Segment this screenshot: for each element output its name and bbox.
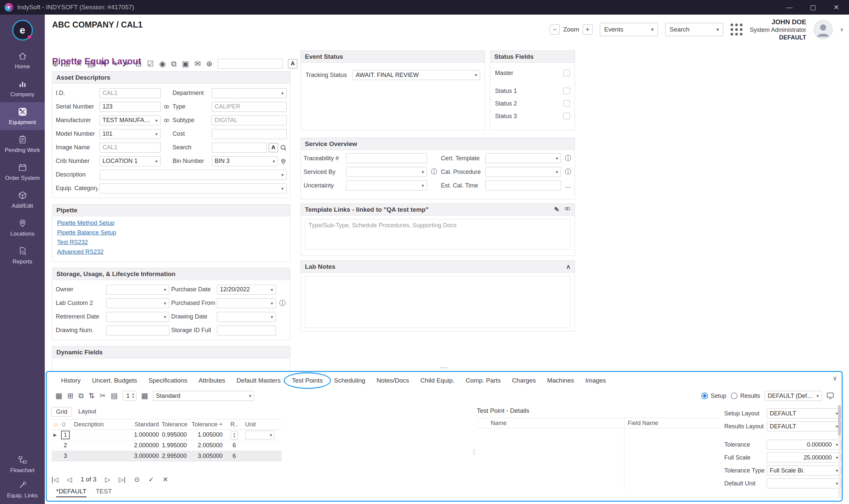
scrollbar-thumb[interactable] (838, 405, 841, 436)
model-number-select[interactable]: 101 (100, 129, 161, 139)
resolution-cell[interactable]: 6 (225, 453, 243, 460)
tab-notes-docs[interactable]: Notes/Docs (371, 375, 415, 386)
sidebar-item-add-edit[interactable]: Add/Edit (0, 186, 45, 214)
table-row[interactable]: 3 3.000000 2.995000 3.005000 6 (51, 451, 282, 462)
default-unit-select[interactable] (767, 479, 841, 488)
grid-add-icon[interactable]: ⊞ (67, 392, 73, 399)
pane-splitter-handle[interactable]: ⋮ (471, 448, 477, 455)
grid-view-icon[interactable]: ▦ (55, 392, 62, 399)
sheet-test[interactable]: TEST (96, 488, 112, 497)
column-header[interactable]: Standard (128, 421, 162, 428)
pipette-balance-setup-link[interactable]: Pipette Balance Setup (57, 229, 116, 236)
tab-images[interactable]: Images (580, 375, 612, 386)
type-field[interactable]: CALIPER (212, 102, 287, 112)
first-row-button[interactable]: |◁ (51, 475, 58, 483)
test-rs232-link[interactable]: Test RS232 (57, 239, 88, 246)
tolerance-minus-cell[interactable]: 2.995000 (162, 453, 189, 460)
info-icon[interactable]: ⓘ (278, 299, 287, 308)
table-row[interactable]: 2 2.000000 1.995000 2.005000 6 (51, 440, 282, 451)
more-options-button[interactable]: … (563, 182, 573, 190)
row-count-stepper[interactable]: 1 (123, 391, 137, 401)
previous-row-button[interactable]: ◁ (67, 475, 72, 483)
screen-icon[interactable] (827, 392, 834, 399)
last-row-button[interactable]: ▷| (119, 475, 126, 483)
unit-select[interactable] (245, 431, 274, 439)
columns-icon[interactable]: ▦ (141, 392, 148, 399)
drawing-num-field[interactable] (106, 325, 169, 336)
row-number-cell[interactable]: 3 (59, 453, 72, 460)
apply-button[interactable]: ✓ (148, 475, 154, 483)
master-checkbox[interactable] (563, 70, 570, 76)
info-icon[interactable]: ⓘ (429, 167, 439, 176)
link-icon[interactable] (163, 117, 170, 124)
tolerance-select[interactable]: 0.000000 (767, 439, 841, 450)
style-select[interactable]: Standard (153, 391, 254, 401)
column-header[interactable]: Unit (243, 421, 276, 428)
location-pin-icon[interactable] (280, 158, 287, 165)
events-select[interactable]: Events (600, 23, 658, 36)
grid-copy-icon[interactable]: ⧉ (78, 392, 84, 399)
indysoft-logo[interactable]: e (12, 20, 33, 40)
tab-test-points[interactable]: Test Points (286, 375, 328, 386)
scrollbar[interactable] (838, 405, 841, 499)
standard-cell[interactable]: 3.000000 (128, 453, 162, 460)
tab-specifications[interactable]: Specifications (143, 375, 193, 386)
sidebar-item-equip-links[interactable]: Equip. Links (0, 477, 45, 502)
tolerance-type-select[interactable]: Full Scale Bi. (767, 466, 841, 475)
full-scale-select[interactable]: 25.000000 (767, 453, 841, 463)
pipette-method-setup-link[interactable]: Pipette Method Setup (57, 220, 114, 227)
sidebar-item-locations[interactable]: Locations (0, 214, 45, 241)
tab-uncert-budgets[interactable]: Uncert. Budgets (86, 375, 143, 386)
status1-checkbox[interactable] (563, 88, 570, 94)
tracking-status-select[interactable]: AWAIT. FINAL REVIEW (353, 70, 480, 80)
crib-number-select[interactable]: LOCATION 1 (100, 156, 161, 166)
status2-checkbox[interactable] (563, 100, 570, 107)
cut-icon[interactable]: ✂ (100, 392, 106, 399)
table-row[interactable]: ▶ 1 1.000000 0.995000 1.005000 (51, 430, 282, 440)
tolerance-minus-cell[interactable]: 1.995000 (162, 442, 189, 449)
status3-checkbox[interactable] (563, 113, 570, 120)
zoom-in-button[interactable]: + (583, 24, 593, 35)
sort-icon[interactable]: ⇅ (89, 392, 94, 399)
tab-scheduling[interactable]: Scheduling (328, 375, 371, 386)
next-row-button[interactable]: ▷ (105, 475, 110, 483)
tolerance-minus-cell[interactable]: 0.995000 (162, 431, 189, 438)
tab-attributes[interactable]: Attributes (193, 375, 231, 386)
setup-layout-select[interactable]: DEFAULT (767, 409, 841, 418)
row-number-cell[interactable]: 1 (61, 431, 70, 439)
user-menu-chevron-icon[interactable]: ∨ (840, 26, 844, 33)
layout-select[interactable]: DEFAULT (Default) (765, 391, 822, 401)
tab-history[interactable]: History (55, 375, 86, 386)
avatar[interactable] (813, 20, 833, 39)
sidebar-item-company[interactable]: Company (0, 74, 45, 102)
link-icon[interactable] (163, 104, 170, 110)
preview-button[interactable]: ⊙ (134, 475, 140, 483)
resolution-cell[interactable]: 6 (225, 442, 243, 449)
department-select[interactable] (212, 88, 287, 98)
uncertainty-select[interactable] (346, 180, 427, 191)
tolerance-plus-cell[interactable]: 3.005000 (189, 453, 225, 460)
paste-icon[interactable]: ▤ (111, 392, 118, 399)
description-select[interactable] (100, 170, 287, 180)
sidebar-item-order-system[interactable]: Order System (0, 158, 45, 186)
standard-cell[interactable]: 2.000000 (128, 442, 162, 449)
tab-machines[interactable]: Machines (541, 375, 580, 386)
auto-search-button[interactable]: A (269, 143, 278, 152)
image-name-field[interactable]: CAL1 (100, 143, 161, 152)
tab-child-equip[interactable]: Child Equip. (415, 375, 460, 386)
tab-default-masters[interactable]: Default Masters (231, 375, 286, 386)
serviced-by-select[interactable] (346, 167, 427, 177)
column-header[interactable]: Field Name (625, 420, 658, 427)
tab-layout[interactable]: Layout (74, 407, 101, 417)
panel-collapse-button[interactable]: ∨ (833, 375, 837, 382)
owner-select[interactable] (106, 285, 169, 295)
sidebar-item-home[interactable]: Home (0, 47, 45, 74)
apps-grid-icon[interactable] (730, 23, 742, 36)
retirement-date-select[interactable] (106, 312, 169, 322)
id-field[interactable]: CAL1 (100, 88, 161, 98)
cal-procedure-select[interactable] (485, 167, 561, 177)
edit-icon[interactable]: ✎ (554, 206, 559, 213)
info-icon[interactable]: ⓘ (563, 167, 573, 176)
close-button[interactable]: ✕ (833, 3, 839, 11)
column-header[interactable]: Tolerance + (189, 421, 225, 428)
